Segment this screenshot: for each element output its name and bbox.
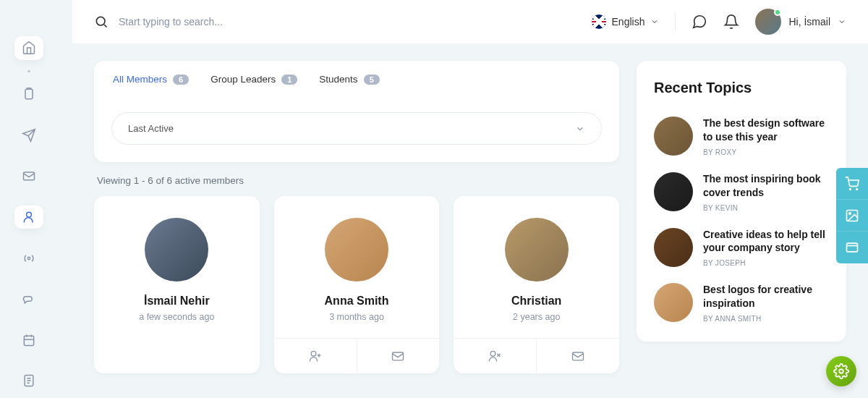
svg-point-6 — [96, 17, 105, 25]
topic-item[interactable]: The most inspiring book cover trends BY … — [654, 172, 829, 212]
greeting-text: Hi, İsmail — [788, 16, 830, 27]
language-label: English — [612, 16, 645, 27]
member-name[interactable]: İsmail Nehir — [109, 295, 245, 308]
member-body: İsmail Nehir a few seconds ago — [94, 196, 260, 338]
tab-badge: 1 — [281, 75, 297, 85]
message-button[interactable] — [357, 339, 440, 373]
topic-avatar — [654, 228, 693, 267]
nav-docs[interactable] — [14, 369, 43, 393]
member-card: Christian 2 years ago — [454, 196, 619, 373]
tab-label: Group Leaders — [210, 74, 276, 85]
topic-content: Creative ideas to help tell your company… — [703, 228, 829, 268]
envelope-icon — [22, 169, 36, 183]
filter-card: All Members 6 Group Leaders 1 Students 5… — [94, 61, 619, 162]
nav-send[interactable] — [14, 123, 43, 147]
chat-icon — [22, 292, 36, 306]
svg-rect-10 — [573, 352, 584, 360]
recent-topics-card: Recent Topics The best design software t… — [637, 61, 846, 342]
member-avatar — [505, 218, 569, 281]
recent-topics-title: Recent Topics — [654, 80, 829, 96]
messages-button[interactable] — [692, 14, 707, 30]
image-icon — [845, 208, 859, 223]
nav-calendar[interactable] — [14, 329, 43, 352]
user-x-icon — [488, 349, 502, 363]
topic-item[interactable]: Best logos for creative inspiration BY A… — [654, 283, 829, 323]
nav-chat[interactable] — [14, 287, 43, 311]
avatar-wrap — [755, 9, 781, 35]
envelope-icon — [571, 349, 585, 363]
nav-broadcast[interactable] — [14, 246, 43, 270]
notifications-button[interactable] — [723, 14, 739, 30]
topic-avatar — [654, 283, 693, 322]
calendar-icon — [22, 333, 36, 347]
user-icon — [22, 210, 36, 224]
member-actions — [454, 338, 619, 373]
window-icon — [845, 240, 859, 255]
topic-item[interactable]: Creative ideas to help tell your company… — [654, 228, 829, 268]
member-name[interactable]: Anna Smith — [289, 295, 425, 308]
member-avatar — [325, 218, 388, 281]
topbar: English Hi, İsmail — [72, 0, 868, 43]
svg-rect-0 — [25, 90, 33, 99]
svg-rect-1 — [24, 172, 35, 180]
tab-badge: 6 — [173, 75, 189, 85]
member-actions — [274, 338, 440, 373]
add-friend-button[interactable] — [274, 339, 357, 373]
member-meta: a few seconds ago — [109, 312, 245, 322]
topic-content: The best design software to use this yea… — [703, 117, 829, 156]
clipboard-icon — [22, 87, 36, 101]
topic-author: BY ROXY — [703, 148, 829, 156]
member-meta: 3 months ago — [289, 312, 425, 322]
nav-mail[interactable] — [14, 164, 43, 188]
svg-rect-8 — [393, 352, 404, 360]
remove-friend-button[interactable] — [454, 339, 537, 373]
home-icon — [22, 41, 36, 55]
nav-members[interactable] — [14, 206, 43, 229]
broadcast-icon — [22, 251, 36, 266]
topic-author: BY ANNA SMITH — [703, 315, 829, 323]
nav-clipboard[interactable] — [14, 82, 43, 106]
member-name[interactable]: Christian — [468, 295, 605, 308]
flag-icon — [592, 14, 606, 29]
tabs: All Members 6 Group Leaders 1 Students 5 — [94, 61, 619, 95]
viewing-text: Viewing 1 - 6 of 6 active members — [97, 175, 619, 186]
message-button[interactable] — [537, 339, 619, 373]
tab-label: Students — [319, 74, 357, 85]
message-icon — [692, 14, 707, 30]
svg-point-11 — [850, 188, 851, 190]
nav-home[interactable] — [14, 36, 43, 60]
topic-author: BY KEVIN — [703, 204, 829, 212]
tab-group-leaders[interactable]: Group Leaders 1 — [210, 74, 297, 95]
topic-title: The most inspiring book cover trends — [703, 172, 829, 200]
tab-all-members[interactable]: All Members 6 — [113, 74, 189, 95]
rail-window-button[interactable] — [836, 232, 868, 263]
chevron-down-icon — [575, 124, 585, 134]
tab-students[interactable]: Students 5 — [319, 74, 379, 95]
document-icon — [22, 373, 36, 388]
divider — [675, 13, 676, 30]
search — [94, 14, 592, 29]
svg-point-9 — [490, 351, 495, 356]
search-input[interactable] — [119, 16, 336, 27]
left-column: All Members 6 Group Leaders 1 Students 5… — [94, 61, 619, 373]
language-switcher[interactable]: English — [592, 14, 660, 29]
bell-icon — [723, 14, 739, 30]
user-menu[interactable]: Hi, İsmail — [755, 9, 846, 35]
tab-label: All Members — [113, 74, 167, 85]
sort-label: Last Active — [128, 123, 174, 134]
topic-item[interactable]: The best design software to use this yea… — [654, 117, 829, 156]
member-body: Anna Smith 3 months ago — [274, 196, 440, 338]
cart-icon — [845, 177, 859, 191]
topic-author: BY JOSEPH — [703, 259, 829, 267]
chevron-down-icon — [650, 17, 659, 26]
member-meta: 2 years ago — [468, 312, 605, 322]
right-column: Recent Topics The best design software t… — [637, 61, 846, 373]
settings-fab[interactable] — [826, 356, 856, 386]
sidebar — [0, 0, 58, 398]
rail-cart-button[interactable] — [836, 168, 868, 200]
rail-image-button[interactable] — [836, 200, 868, 232]
nav-separator — [27, 70, 30, 72]
sort-select[interactable]: Last Active — [111, 112, 602, 145]
member-card: İsmail Nehir a few seconds ago — [94, 196, 260, 373]
side-rail — [836, 168, 868, 263]
